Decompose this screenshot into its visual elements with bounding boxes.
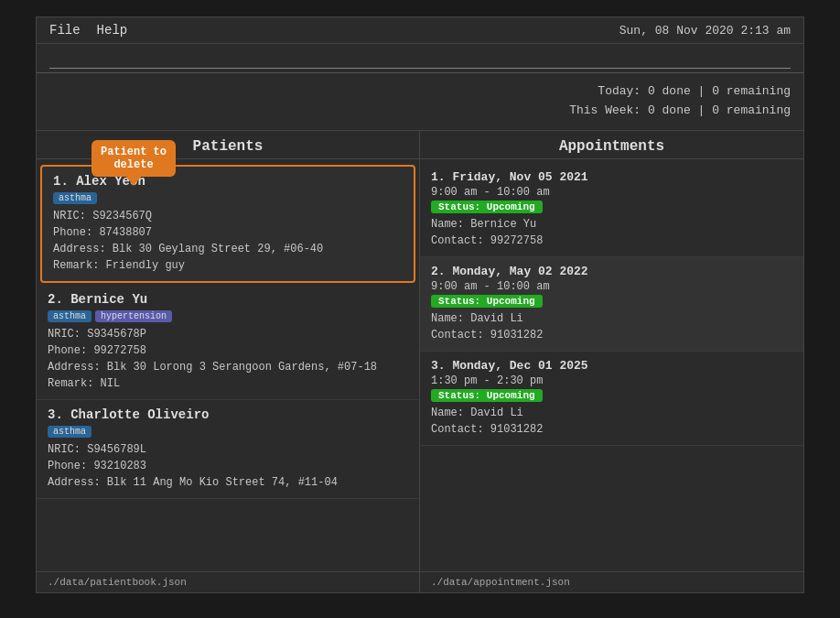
appointments-panel: Appointments 1. Friday, Nov 05 2021 9:00… [420,131,803,571]
patient-address: Address: Blk 11 Ang Mo Kio Street 74, #1… [48,474,408,491]
table-row[interactable]: 2. Bernice Yu asthma hypertension NRIC: … [37,285,419,400]
patient-list: 1. Alex Yeoh asthma NRIC: S9234567Q Phon… [37,159,419,571]
file-menu[interactable]: File [49,23,81,38]
status-badge: Status: Upcoming [431,295,543,308]
appointment-contact: Contact: 91031282 [431,327,792,343]
menu-items: File Help [49,23,127,38]
tooltip-arrow [126,177,141,186]
appointment-date: 2. Monday, May 02 2022 [431,265,792,278]
appointment-details: Name: David Li Contact: 91031282 [431,310,792,343]
appointment-date: 3. Monday, Dec 01 2025 [431,359,792,373]
appointment-details: Name: David Li Contact: 91031282 [431,405,792,438]
list-item[interactable]: 3. Monday, Dec 01 2025 1:30 pm - 2:30 pm… [420,352,803,446]
week-stats: This Week: 0 done | 0 remaining [49,102,791,121]
patient-remark: Remark: Friendly guy [53,257,403,274]
bottom-bar: ./data/patientbook.json ./data/appointme… [37,571,803,592]
patient-info: NRIC: S9345678P Phone: 99272758 Address:… [48,326,408,392]
tooltip-container: Patient todelete [92,140,176,186]
app-window: File Help Sun, 08 Nov 2020 2:13 am Today… [36,16,804,593]
appointment-list: 1. Friday, Nov 05 2021 9:00 am - 10:00 a… [420,159,803,571]
help-menu[interactable]: Help [97,23,128,38]
tag-row: asthma hypertension [48,310,408,322]
patient-phone: Phone: 93210283 [48,458,408,474]
list-item[interactable]: 1. Friday, Nov 05 2021 9:00 am - 10:00 a… [420,163,803,257]
patient-info: NRIC: S9456789L Phone: 93210283 Address:… [48,441,408,491]
main-content: Patient todelete Patients 1. Alex Yeoh a… [37,131,803,571]
patient-phone: Phone: 87438807 [53,224,403,241]
status-badge: Status: Upcoming [431,389,543,402]
status-badge: Status: Upcoming [431,201,543,213]
patient-address: Address: Blk 30 Lorong 3 Serangoon Garde… [48,359,408,375]
appointment-time: 1:30 pm - 2:30 pm [431,374,792,387]
patient-name: 3. Charlotte Oliveiro [48,407,408,422]
patient-nric: NRIC: S9234567Q [53,208,403,224]
search-bar [37,44,803,73]
patient-address: Address: Blk 30 Geylang Street 29, #06-4… [53,241,403,257]
menu-bar: File Help Sun, 08 Nov 2020 2:13 am [37,17,803,44]
appointment-name: Name: David Li [431,310,792,327]
tag-row: asthma [48,426,408,438]
tag-asthma: asthma [48,310,92,322]
appointment-contact: Contact: 99272758 [431,233,792,249]
appointment-name: Name: David Li [431,405,792,421]
tag-asthma: asthma [48,426,92,438]
patient-phone: Phone: 99272758 [48,342,408,359]
bottom-left-path: ./data/patientbook.json [37,572,420,592]
appointment-name: Name: Bernice Yu [431,216,792,233]
search-input[interactable] [49,49,791,69]
today-stats: Today: 0 done | 0 remaining [49,82,791,102]
tag-row: asthma [53,192,403,204]
patient-name: 2. Bernice Yu [48,292,408,307]
patient-remark: Remark: NIL [48,375,408,392]
appointment-time: 9:00 am - 10:00 am [431,186,792,199]
appointment-contact: Contact: 91031282 [431,421,792,438]
patients-panel: Patient todelete Patients 1. Alex Yeoh a… [37,131,420,571]
patient-nric: NRIC: S9345678P [48,326,408,342]
datetime-display: Sun, 08 Nov 2020 2:13 am [619,24,791,38]
patient-info: NRIC: S9234567Q Phone: 87438807 Address:… [53,208,403,274]
appointment-date: 1. Friday, Nov 05 2021 [431,170,792,184]
table-row[interactable]: 3. Charlotte Oliveiro asthma NRIC: S9456… [37,400,419,499]
appointment-time: 9:00 am - 10:00 am [431,280,792,293]
tag-asthma: asthma [53,192,97,204]
list-item[interactable]: 2. Monday, May 02 2022 9:00 am - 10:00 a… [420,257,803,352]
stats-bar: Today: 0 done | 0 remaining This Week: 0… [37,73,803,131]
tag-hypertension: hypertension [95,310,172,322]
patient-nric: NRIC: S9456789L [48,441,408,458]
tooltip-box: Patient todelete [92,140,176,177]
appointment-details: Name: Bernice Yu Contact: 99272758 [431,216,792,249]
appointments-panel-title: Appointments [420,131,803,159]
bottom-right-path: ./data/appointment.json [420,572,803,592]
